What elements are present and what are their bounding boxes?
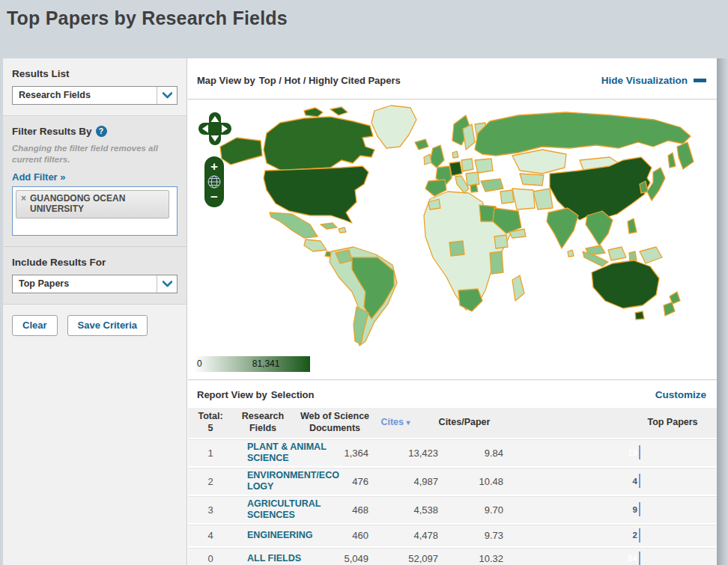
customize-link[interactable]: Customize [655,389,706,400]
chevron-down-icon[interactable] [157,275,177,293]
field-link[interactable]: PLANT & ANIMAL SCIENCE [233,442,342,464]
include-results-dropdown[interactable]: Top Papers [12,275,178,293]
country-iraq[interactable] [500,190,514,204]
map-zoom-control[interactable]: + − [204,156,224,207]
row-rank: 1 [188,448,233,459]
country-arctic-island[interactable] [330,107,348,115]
country-madagascar[interactable] [512,275,524,301]
country-south-africa[interactable] [458,289,482,311]
country-new-guinea[interactable] [640,247,662,263]
country-hispaniola[interactable] [339,227,346,233]
country-central-america[interactable] [304,239,327,251]
top-papers-bar: 9 [639,502,640,516]
country-new-zealand[interactable] [664,302,675,316]
country-central-asia[interactable] [520,174,544,186]
country-new-zealand[interactable] [670,292,680,304]
column-cites-per-paper[interactable]: Cites/Paper [414,417,515,429]
column-cites[interactable]: Cites ▾ [377,417,414,429]
clear-button[interactable]: Clear [12,315,58,336]
include-results-section: Include Results For Top Papers [3,247,186,305]
row-rank: 4 [188,530,233,541]
cites-per-paper-value: 10.48 [441,476,506,487]
help-icon[interactable]: ? [96,126,107,137]
sidebar-buttons: Clear Save Criteria [3,305,186,346]
column-wos-documents[interactable]: Web of Science Documents [293,411,377,434]
country-mexico[interactable] [270,213,318,238]
vertical-scrollbar[interactable] [717,58,728,565]
country-iceland[interactable] [415,139,428,150]
map-legend-row: 0 81,341 [188,352,717,380]
country-india[interactable] [547,208,578,248]
filter-heading: Filter Results By [12,126,92,137]
hide-visualization-link[interactable]: Hide Visualization [601,75,706,86]
country-greece[interactable] [470,184,478,192]
country-balkans[interactable] [466,172,479,186]
country-tasmania[interactable] [635,311,644,320]
country-kamchatka[interactable] [677,142,694,169]
country-ukraine[interactable] [475,159,493,173]
cites-per-paper-value: 10.32 [441,553,506,564]
cites-per-paper-value: 9.73 [441,530,506,541]
world-map[interactable] [192,103,714,350]
field-link[interactable]: ALL FIELDS [233,553,342,564]
country-east-africa[interactable] [490,251,503,274]
country-southeast-asia[interactable] [586,211,613,245]
country-denmark[interactable] [452,151,458,158]
docs-value: 5,049 [342,553,372,564]
field-link[interactable]: ENGINEERING [233,530,342,541]
country-cuba[interactable] [321,223,337,229]
country-australia[interactable] [592,260,659,308]
top-papers-bar: 4 [639,474,640,488]
country-sakhalin[interactable] [668,153,676,168]
country-turkey[interactable] [481,179,503,192]
results-list-section: Results List Research Fields [3,58,186,116]
country-russia[interactable] [475,112,691,156]
zoom-in-icon: + [210,159,218,174]
sidebar: Results List Research Fields Filter Resu… [3,58,187,565]
field-link[interactable]: AGRICULTURAL SCIENCES [233,498,342,521]
top-papers-bar: 2 [639,528,640,543]
docs-value: 476 [342,476,372,487]
map-pan-control[interactable] [198,112,232,146]
filter-section: Filter Results By ? Changing the filter … [3,116,186,247]
country-arctic-island[interactable] [304,108,323,117]
report-view-header: Report View bySelection Customize [188,380,717,408]
cites-per-paper-value: 9.84 [441,448,506,459]
country-canada[interactable] [264,117,374,171]
column-top-papers[interactable]: Top Papers [515,417,717,429]
country-sweden[interactable] [463,124,475,150]
table-body: 1 PLANT & ANIMAL SCIENCE 1,364 13,423 9.… [188,438,717,565]
results-list-dropdown[interactable]: Research Fields [12,86,178,105]
country-poland[interactable] [461,159,473,171]
country-nigeria[interactable] [449,241,464,256]
table-header: Total: 5 Research Fields Web of Science … [188,408,717,438]
filter-tag[interactable]: × GUANGDONG OCEAN UNIVERSITY [16,190,169,219]
cites-value: 4,538 [372,504,441,516]
country-philippines[interactable] [628,219,637,233]
page-title: Top Papers by Research Fields [7,7,288,29]
field-link[interactable]: ENVIRONMENT/ECOLOGY [233,470,342,492]
country-sulawesi[interactable] [629,251,637,261]
country-kazakhstan[interactable] [512,150,566,174]
country-greenland[interactable] [371,106,416,148]
country-uk[interactable] [430,145,444,168]
country-sri-lanka[interactable] [568,250,574,257]
top-papers-bar: 54 [639,552,640,565]
column-research-fields[interactable]: Research Fields [233,411,293,434]
map-view-title: Top / Hot / Highly Cited Papers [259,75,401,86]
add-filter-link[interactable]: Add Filter » [12,171,66,183]
remove-filter-icon[interactable]: × [21,193,26,215]
country-ethiopia[interactable] [494,235,508,248]
include-results-heading: Include Results For [12,257,178,268]
save-criteria-button[interactable]: Save Criteria [67,315,148,336]
country-ireland[interactable] [424,154,431,165]
country-iran[interactable] [512,189,535,210]
country-borneo[interactable] [608,247,626,260]
filter-tag-box[interactable]: × GUANGDONG OCEAN UNIVERSITY [12,186,178,236]
top-papers-bar: 19 [639,445,640,459]
country-pakistan[interactable] [533,189,553,210]
chevron-down-icon[interactable] [157,87,177,104]
cites-value: 13,423 [372,448,441,459]
cites-value: 4,478 [372,530,441,541]
row-rank: 3 [188,504,233,516]
